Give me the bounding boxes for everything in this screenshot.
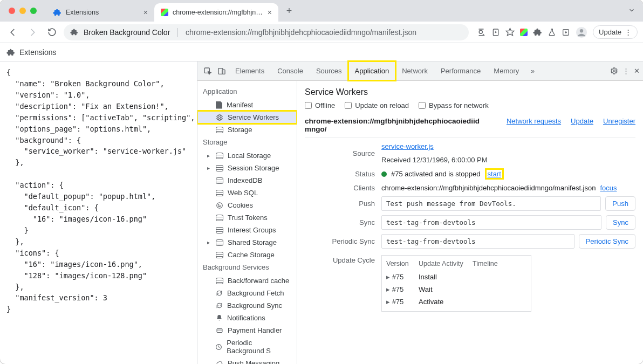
update-button[interactable]: Update ⋮ [593, 25, 638, 39]
close-tab-icon[interactable]: × [268, 8, 272, 17]
sidebar-item-manifest[interactable]: Manifest [197, 99, 297, 111]
browser-tab-extensions[interactable]: Extensions × [46, 3, 154, 22]
extension-action-icon[interactable] [520, 29, 528, 36]
kebab-icon[interactable]: ⋮ [623, 67, 630, 75]
application-sidebar[interactable]: ApplicationManifestService WorkersStorag… [197, 81, 297, 364]
more-tabs-icon[interactable]: » [525, 67, 539, 75]
storage-icon [216, 177, 223, 184]
sync-input[interactable] [381, 215, 601, 230]
sw-start-link[interactable]: start [485, 168, 504, 180]
expand-icon: ▸ [207, 239, 211, 245]
devtools-tab-application[interactable]: Application [348, 61, 396, 80]
devtools-tab-performance[interactable]: Performance [434, 61, 487, 80]
devtools-tab-console[interactable]: Console [271, 61, 310, 80]
labs-icon[interactable] [548, 28, 556, 37]
close-devtools-icon[interactable]: ✕ [634, 67, 640, 75]
svg-point-9 [613, 70, 615, 72]
sidebar-item-label: Manifest [227, 101, 253, 109]
push-button[interactable]: Push [605, 196, 635, 211]
devtools-tab-sources[interactable]: Sources [310, 61, 348, 80]
sidebar-item-label: Cookies [228, 201, 253, 209]
inspect-element-icon[interactable] [201, 67, 215, 75]
push-input[interactable] [381, 196, 601, 211]
periodic-sync-button[interactable]: Periodic Sync [579, 234, 635, 249]
close-window-button[interactable] [9, 8, 15, 14]
sidebar-item-label: Cache Storage [228, 251, 275, 259]
bookmark-icon[interactable] [505, 28, 515, 37]
sidebar-item-back-forward-cache[interactable]: Back/forward cache [197, 274, 297, 287]
sidebar-item-interest-groups[interactable]: Interest Groups [197, 224, 297, 236]
sync-button[interactable]: Sync [606, 215, 635, 230]
clock-icon [215, 344, 222, 351]
minimize-window-button[interactable] [19, 8, 26, 14]
extensions-puzzle-icon[interactable] [533, 28, 542, 37]
sidebar-item-push-messaging[interactable]: Push Messaging [197, 357, 297, 364]
sidebar-item-service-workers[interactable]: Service Workers [197, 111, 297, 123]
browser-tab-manifest[interactable]: chrome-extension://mgfbhjnib… × [154, 3, 278, 22]
update-cycle-row[interactable]: #75Activate [386, 296, 526, 308]
svg-point-13 [220, 205, 221, 206]
sidebar-item-label: Session Storage [228, 164, 279, 172]
sidebar-item-cookies[interactable]: Cookies [197, 199, 297, 211]
sidebar-item-periodic-background-s[interactable]: Periodic Background S [197, 336, 297, 357]
sidebar-item-payment-handler[interactable]: Payment Handler [197, 324, 297, 336]
periodic-sync-input[interactable] [381, 234, 574, 249]
install-icon[interactable] [491, 28, 500, 37]
sidebar-item-shared-storage[interactable]: ▸Shared Storage [197, 236, 297, 249]
sidebar-item-session-storage[interactable]: ▸Session Storage [197, 162, 297, 174]
tabs-overflow-icon[interactable] [628, 6, 635, 14]
update-link[interactable]: Update [571, 117, 593, 125]
cycle-version: #75 [386, 298, 419, 306]
devtools-tab-network[interactable]: Network [395, 61, 434, 80]
browser-tabs: Extensions × chrome-extension://mgfbhjni… [46, 0, 297, 22]
update-on-reload-checkbox[interactable]: Update on reload [345, 101, 409, 109]
sidebar-group-header: Application [197, 85, 297, 99]
sw-options: Offline Update on reload Bypass for netw… [305, 101, 635, 109]
unregister-link[interactable]: Unregister [603, 117, 635, 125]
storage-icon [216, 153, 223, 159]
network-requests-link[interactable]: Network requests [507, 117, 561, 125]
offline-checkbox[interactable]: Offline [305, 101, 335, 109]
svg-point-0 [479, 30, 482, 33]
sidebar-item-trust-tokens[interactable]: Trust Tokens [197, 211, 297, 224]
back-button[interactable] [5, 25, 20, 40]
device-toggle-icon[interactable] [215, 67, 229, 75]
cookie-icon [216, 202, 223, 209]
sidebar-item-cache-storage[interactable]: Cache Storage [197, 249, 297, 261]
sidebar-item-indexeddb[interactable]: IndexedDB [197, 174, 297, 187]
extension-page-icon [161, 9, 168, 16]
reload-button[interactable] [44, 25, 59, 40]
profile-avatar-icon[interactable] [576, 26, 587, 38]
gear-icon[interactable] [610, 67, 618, 75]
sidebar-item-web-sql[interactable]: Web SQL [197, 187, 297, 199]
close-tab-icon[interactable]: × [143, 8, 148, 17]
sidebar-item-background-sync[interactable]: Background Sync [197, 299, 297, 312]
new-tab-button[interactable]: + [282, 3, 297, 18]
bypass-network-checkbox[interactable]: Bypass for network [419, 101, 489, 109]
update-cycle-row[interactable]: #75Wait [386, 283, 526, 296]
manifest-json-view[interactable]: { "name": "Broken Background Color", "ve… [0, 61, 197, 364]
update-cycle-row[interactable]: #75Install [386, 271, 526, 283]
devtools-tab-elements[interactable]: Elements [229, 61, 271, 80]
sidebar-item-label: Service Workers [228, 113, 279, 121]
sidebar-item-notifications[interactable]: Notifications [197, 312, 297, 324]
sidebar-item-storage[interactable]: Storage [197, 123, 297, 136]
storage-icon [216, 215, 223, 221]
sw-source-link[interactable]: service-worker.js [381, 142, 434, 150]
search-shortcut-icon[interactable] [476, 28, 486, 37]
sidebar-group-header: Background Services [197, 261, 297, 274]
sidebar-item-label: IndexedDB [228, 176, 262, 184]
sync-icon [216, 290, 223, 297]
sidebar-group-header: Storage [197, 136, 297, 149]
omnibox[interactable]: Broken Background Color │ chrome-extensi… [64, 24, 469, 40]
sidebar-item-background-fetch[interactable]: Background Fetch [197, 287, 297, 299]
devtools-tab-memory[interactable]: Memory [487, 61, 525, 80]
toolbar-actions: Update ⋮ [476, 25, 638, 39]
forward-button[interactable] [25, 25, 40, 40]
new-page-icon[interactable] [562, 28, 570, 37]
sidebar-item-local-storage[interactable]: ▸Local Storage [197, 149, 297, 162]
sw-received: Received 12/31/1969, 6:00:00 PM [381, 156, 635, 164]
puzzle-icon [6, 48, 15, 57]
focus-client-link[interactable]: focus [600, 184, 617, 192]
zoom-window-button[interactable] [30, 8, 37, 14]
